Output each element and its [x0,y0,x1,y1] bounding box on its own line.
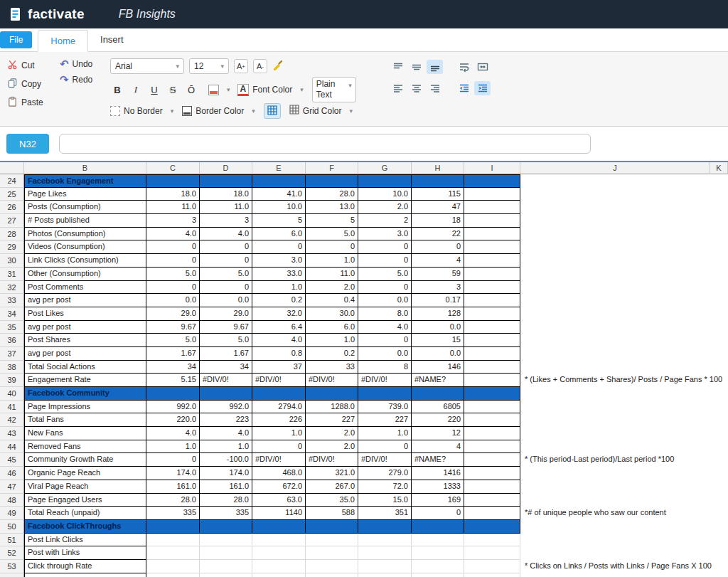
cell-C53[interactable] [146,560,200,573]
cell-C29[interactable]: 0 [146,240,200,254]
cell-D24[interactable] [200,174,252,188]
row-header-35[interactable]: 35 [0,321,24,334]
cell-I41[interactable] [464,401,520,414]
cell-J43[interactable] [520,427,710,440]
cell-H27[interactable]: 18 [412,214,464,228]
cell-D46[interactable]: 174.0 [200,467,252,480]
cell-B51[interactable]: Post Link Clicks [24,534,146,547]
cell-G39[interactable]: #DIV/0! [358,374,412,387]
cell-I43[interactable] [464,427,520,440]
cell-H48[interactable]: 169 [412,494,464,507]
row-header-49[interactable]: 49 [0,507,24,520]
cell-I46[interactable] [464,467,520,480]
column-header-F[interactable]: F [306,162,358,174]
cell-I40[interactable] [464,387,520,401]
cell-B45[interactable]: Community Growth Rate [24,453,146,467]
cell-E38[interactable]: 37 [252,361,306,374]
cell-F41[interactable]: 1288.0 [306,401,358,414]
cell-C28[interactable]: 4.0 [146,228,200,241]
cell-J38[interactable] [520,361,710,374]
cell-B40[interactable]: Facebook Community [24,387,146,401]
cell-I26[interactable] [464,201,520,214]
cell-H28[interactable]: 22 [412,228,464,241]
row-header-48[interactable]: 48 [0,494,24,507]
cell-F28[interactable]: 5.0 [306,228,358,241]
cell-E30[interactable]: 3.0 [252,254,306,268]
cell-H37[interactable]: 0.0 [412,347,464,361]
cell-C26[interactable]: 11.0 [146,201,200,214]
cell-F46[interactable]: 321.0 [306,467,358,480]
cell-C41[interactable]: 992.0 [146,401,200,414]
cell-J54[interactable] [520,573,710,577]
cell-D44[interactable]: 1.0 [200,440,252,454]
cell-F34[interactable]: 30.0 [306,307,358,321]
row-header-47[interactable]: 47 [0,480,24,494]
cell-I27[interactable] [464,214,520,228]
row-header-42[interactable]: 42 [0,413,24,427]
tab-insert[interactable]: Insert [88,29,136,51]
cell-B36[interactable]: Post Shares [24,334,146,347]
cell-F54[interactable] [306,573,358,577]
cell-F47[interactable]: 267.0 [306,480,358,494]
cell-D50[interactable] [200,520,252,534]
cell-J35[interactable] [520,321,710,334]
cell-E41[interactable]: 2794.0 [252,401,306,414]
column-header-E[interactable]: E [252,162,306,174]
cell-C39[interactable]: 5.15 [146,374,200,387]
strikethrough-button[interactable]: S [166,83,180,97]
cell-E48[interactable]: 63.0 [252,494,306,507]
cell-F50[interactable] [306,520,358,534]
corner-cell[interactable] [0,162,24,174]
cell-F43[interactable]: 2.0 [306,427,358,440]
cell-D53[interactable] [200,560,252,573]
cell-I31[interactable] [464,268,520,281]
cell-C44[interactable]: 1.0 [146,440,200,454]
cell-H32[interactable]: 3 [412,281,464,295]
cell-G35[interactable]: 4.0 [358,321,412,334]
text-format-select[interactable]: ▾ Plain Text [312,77,356,102]
cell-J45[interactable]: * (This period-Last period)/Last period … [520,453,710,467]
valign-top-button[interactable] [390,60,406,74]
row-header-53[interactable]: 53 [0,560,24,573]
cell-B28[interactable]: Photos (Consumption) [24,228,146,241]
cell-F24[interactable] [306,174,358,188]
cell-C50[interactable] [146,520,200,534]
font-size-select[interactable]: 12 ▾ [189,58,229,74]
cell-E46[interactable]: 468.0 [252,467,306,480]
cell-F26[interactable]: 13.0 [306,201,358,214]
underline-button[interactable]: U [147,83,161,97]
cell-C47[interactable]: 161.0 [146,480,200,494]
cell-D29[interactable]: 0 [200,240,252,254]
cell-F53[interactable] [306,560,358,573]
cell-H25[interactable]: 115 [412,188,464,201]
bold-button[interactable]: B [110,83,124,97]
merge-cells-button[interactable] [474,60,491,74]
cell-D48[interactable]: 28.0 [200,494,252,507]
tab-file[interactable]: File [0,31,32,48]
cell-C33[interactable]: 0.0 [146,294,200,307]
cell-C40[interactable] [146,387,200,401]
cell-I42[interactable] [464,413,520,427]
cell-D51[interactable] [200,534,252,547]
cell-F30[interactable]: 1.0 [306,254,358,268]
row-header-41[interactable]: 41 [0,401,24,414]
cut-button[interactable]: Cut [7,59,43,73]
cell-B39[interactable]: Engagement Rate [24,374,146,387]
cell-I54[interactable] [464,573,520,577]
cell-G52[interactable] [358,546,412,560]
cell-E26[interactable]: 10.0 [252,201,306,214]
cell-D41[interactable]: 992.0 [200,401,252,414]
cell-I36[interactable] [464,334,520,347]
cell-F39[interactable]: #DIV/0! [306,374,358,387]
font-family-select[interactable]: Arial ▾ [110,58,184,74]
paste-button[interactable]: Paste [7,96,43,110]
cell-B33[interactable]: avg per post [24,294,146,307]
cell-J39[interactable]: * (Likes + Comments + Shares)/ Posts / P… [520,374,710,387]
cell-E34[interactable]: 32.0 [252,307,306,321]
cell-J52[interactable] [520,546,710,560]
cell-F37[interactable]: 0.2 [306,347,358,361]
cell-I28[interactable] [464,228,520,241]
cell-C30[interactable]: 0 [146,254,200,268]
cell-C34[interactable]: 29.0 [146,307,200,321]
cell-J30[interactable] [520,254,710,268]
